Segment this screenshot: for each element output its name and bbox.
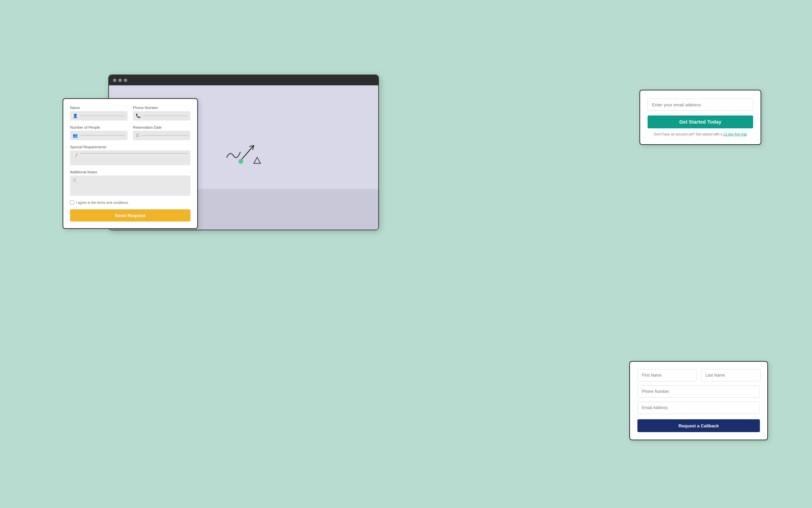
reservation-form-card: Name 👤 Phone Number 📞 Number of People 👥… <box>63 98 198 229</box>
terms-checkbox[interactable] <box>70 200 74 205</box>
email-signup-card: Get Started Today Don't have an account … <box>639 90 761 145</box>
people-date-row: Number of People 👥 Reservation Date 🗓 <box>70 125 190 140</box>
people-label: Number of People <box>70 125 128 129</box>
callback-form-card: Request a Callback <box>629 361 768 440</box>
person-icon: 👤 <box>73 113 78 118</box>
special-label: Special Requirements <box>70 145 190 149</box>
browser-dot-3 <box>124 79 127 82</box>
name-phone-row: Name 👤 Phone Number 📞 <box>70 106 190 121</box>
calendar-icon: 🗓 <box>136 133 140 138</box>
phone-icon: 📞 <box>136 113 141 118</box>
name-callback-row <box>637 369 760 381</box>
special-input[interactable]: 📝 <box>70 150 190 165</box>
free-trial-link[interactable]: 12-day free trial <box>723 132 747 136</box>
request-callback-button[interactable]: Request a Callback <box>637 419 760 432</box>
date-label: Reservation Date <box>133 125 190 129</box>
notes-row: Additional Notes 🗒 <box>70 170 190 196</box>
browser-dot-2 <box>118 79 122 82</box>
name-label: Name <box>70 106 128 110</box>
people-group: Number of People 👥 <box>70 125 128 140</box>
callback-email-input[interactable] <box>637 402 760 414</box>
note-icon: 📝 <box>73 153 78 158</box>
last-name-input[interactable] <box>701 369 761 381</box>
special-group: Special Requirements 📝 <box>70 145 190 165</box>
people-input[interactable]: 👥 <box>70 131 128 140</box>
get-started-button[interactable]: Get Started Today <box>648 115 753 128</box>
name-group: Name 👤 <box>70 106 128 121</box>
svg-marker-1 <box>254 157 261 164</box>
notes-group: Additional Notes 🗒 <box>70 170 190 196</box>
date-input[interactable]: 🗓 <box>133 131 190 140</box>
send-request-button[interactable]: Send Request <box>70 209 190 221</box>
name-input[interactable]: 👤 <box>70 111 128 121</box>
notes-input[interactable]: 🗒 <box>70 175 190 196</box>
chart-illustration <box>223 141 264 169</box>
email-input[interactable] <box>648 99 753 111</box>
signup-footer: Don't have an account yet? Get started w… <box>648 132 753 136</box>
first-name-input[interactable] <box>637 369 697 381</box>
terms-label: I agree to the terms and conditions <box>76 201 128 205</box>
svg-point-0 <box>239 159 243 164</box>
browser-titlebar <box>109 75 378 85</box>
phone-group: Phone Number 📞 <box>133 106 190 121</box>
group-icon: 👥 <box>73 133 78 138</box>
phone-label: Phone Number <box>133 106 190 110</box>
special-row: Special Requirements 📝 <box>70 145 190 165</box>
notes-icon: 🗒 <box>73 178 77 183</box>
callback-phone-input[interactable] <box>637 385 760 398</box>
terms-checkbox-row: I agree to the terms and conditions <box>70 200 190 205</box>
browser-dot-1 <box>113 79 116 82</box>
date-group: Reservation Date 🗓 <box>133 125 190 140</box>
phone-input[interactable]: 📞 <box>133 111 190 121</box>
notes-label: Additional Notes <box>70 170 190 174</box>
